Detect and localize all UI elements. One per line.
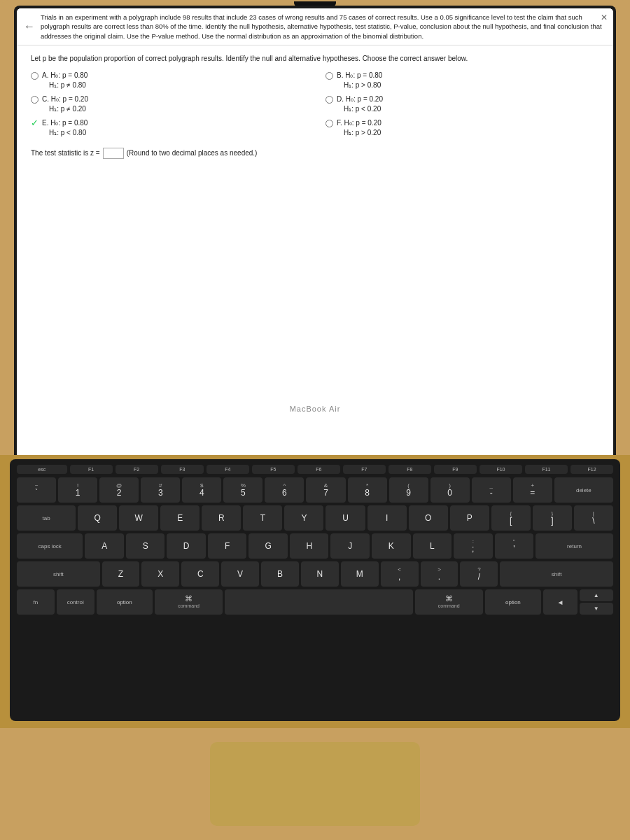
right-option-key[interactable]: option bbox=[485, 589, 542, 615]
j-key[interactable]: J bbox=[330, 533, 370, 559]
k-label: K bbox=[388, 542, 394, 550]
s-key[interactable]: S bbox=[126, 533, 165, 559]
v-key[interactable]: V bbox=[221, 561, 259, 587]
2-key[interactable]: @ 2 bbox=[99, 477, 139, 503]
r-label: R bbox=[218, 514, 225, 522]
close-icon[interactable]: ✕ bbox=[601, 13, 608, 22]
f2-key[interactable]: F2 bbox=[115, 465, 158, 474]
7-key[interactable]: & 7 bbox=[306, 477, 345, 503]
v-label: V bbox=[237, 570, 243, 578]
radio-B[interactable] bbox=[326, 72, 333, 80]
back-arrow-icon[interactable]: ← bbox=[24, 20, 35, 33]
radio-F[interactable] bbox=[326, 120, 333, 127]
left-shift-key[interactable]: shift bbox=[17, 561, 100, 587]
f-key[interactable]: F bbox=[208, 533, 247, 559]
f8-key[interactable]: F8 bbox=[388, 465, 431, 474]
t-key[interactable]: T bbox=[243, 505, 282, 531]
3-key[interactable]: # 3 bbox=[141, 477, 180, 503]
delete-key[interactable]: delete bbox=[554, 477, 613, 503]
semicolon-key[interactable]: : ; bbox=[454, 533, 493, 559]
f9-key[interactable]: F9 bbox=[434, 465, 477, 474]
5-key[interactable]: % 5 bbox=[223, 477, 262, 503]
caps-lock-key[interactable]: caps lock bbox=[17, 533, 83, 559]
period-key[interactable]: > . bbox=[421, 561, 458, 587]
u-key[interactable]: U bbox=[326, 505, 365, 531]
question-label: Let p be the population proportion of co… bbox=[31, 54, 599, 64]
f1-key[interactable]: F1 bbox=[70, 465, 113, 474]
radio-C[interactable] bbox=[31, 96, 38, 104]
left-arrow-key[interactable]: ◄ bbox=[543, 589, 577, 615]
f12-key[interactable]: F12 bbox=[570, 465, 613, 474]
option-C[interactable]: C. H₀: p = 0.20 H₁: p ≠ 0.20 bbox=[31, 94, 304, 114]
f5-key[interactable]: F5 bbox=[252, 465, 295, 474]
quote-key[interactable]: " ' bbox=[495, 533, 534, 559]
e-key[interactable]: E bbox=[160, 505, 200, 531]
esc-key[interactable]: esc bbox=[17, 465, 67, 474]
option-A[interactable]: A. H₀: p = 0.80 H₁: p ≠ 0.80 bbox=[31, 71, 304, 90]
test-stat-label: The test statistic is z = bbox=[31, 149, 100, 157]
control-key[interactable]: control bbox=[57, 589, 94, 615]
x-key[interactable]: X bbox=[141, 561, 179, 587]
1-key[interactable]: ! 1 bbox=[58, 477, 97, 503]
d-key[interactable]: D bbox=[167, 533, 206, 559]
y-key[interactable]: Y bbox=[284, 505, 323, 531]
left-command-key[interactable]: ⌘ command bbox=[155, 589, 223, 615]
test-stat-input[interactable] bbox=[103, 148, 124, 159]
tab-key[interactable]: tab bbox=[17, 505, 76, 531]
p-key[interactable]: P bbox=[450, 505, 489, 531]
option-D[interactable]: D. H₀: p = 0.20 H₁: p < 0.20 bbox=[326, 94, 599, 114]
b-key[interactable]: B bbox=[261, 561, 299, 587]
m-key[interactable]: M bbox=[341, 561, 379, 587]
l-key[interactable]: L bbox=[413, 533, 452, 559]
option-B[interactable]: B. H₀: p = 0.80 H₁: p > 0.80 bbox=[326, 71, 599, 90]
trackpad[interactable] bbox=[210, 742, 420, 826]
check-icon: ✓ bbox=[31, 118, 38, 128]
a-key[interactable]: A bbox=[85, 533, 124, 559]
right-shift-key[interactable]: shift bbox=[500, 561, 613, 587]
i-key[interactable]: I bbox=[368, 505, 407, 531]
r-key[interactable]: R bbox=[202, 505, 241, 531]
fn-key[interactable]: fn bbox=[17, 589, 55, 615]
c-key[interactable]: C bbox=[181, 561, 219, 587]
f6-key[interactable]: F6 bbox=[298, 465, 340, 474]
minus-key[interactable]: _ - bbox=[472, 477, 511, 503]
o-key[interactable]: O bbox=[409, 505, 448, 531]
radio-D[interactable] bbox=[326, 96, 333, 104]
option-E[interactable]: ✓ E. H₀: p = 0.80 H₁: p < 0.80 bbox=[31, 118, 304, 138]
f11-key[interactable]: F11 bbox=[525, 465, 568, 474]
right-command-key[interactable]: ⌘ command bbox=[415, 589, 483, 615]
backtick-key[interactable]: ~ ` bbox=[17, 477, 56, 503]
8-key[interactable]: * 8 bbox=[348, 477, 387, 503]
slash-key[interactable]: ? / bbox=[460, 561, 498, 587]
h-key[interactable]: H bbox=[290, 533, 329, 559]
z-key[interactable]: Z bbox=[102, 561, 140, 587]
rbracket-key[interactable]: } ] bbox=[533, 505, 572, 531]
down-arrow-key[interactable]: ▼ bbox=[580, 603, 613, 615]
return-key[interactable]: return bbox=[536, 533, 613, 559]
4-key[interactable]: $ 4 bbox=[182, 477, 221, 503]
6-main: 6 bbox=[282, 489, 287, 497]
g-key[interactable]: G bbox=[248, 533, 288, 559]
q-key[interactable]: Q bbox=[78, 505, 117, 531]
n-key[interactable]: N bbox=[301, 561, 339, 587]
radio-A[interactable] bbox=[31, 72, 38, 80]
k-key[interactable]: K bbox=[372, 533, 411, 559]
0-key[interactable]: ) 0 bbox=[430, 477, 470, 503]
f7-key[interactable]: F7 bbox=[343, 465, 386, 474]
f3-key[interactable]: F3 bbox=[161, 465, 204, 474]
comma-key[interactable]: < , bbox=[381, 561, 419, 587]
f10-key[interactable]: F10 bbox=[479, 465, 522, 474]
f4-key[interactable]: F4 bbox=[206, 465, 249, 474]
w-key[interactable]: W bbox=[119, 505, 158, 531]
9-key[interactable]: ( 9 bbox=[389, 477, 428, 503]
left-option-key[interactable]: option bbox=[97, 589, 153, 615]
equals-key[interactable]: + = bbox=[513, 477, 552, 503]
6-key[interactable]: ^ 6 bbox=[265, 477, 304, 503]
up-arrow-key[interactable]: ▲ bbox=[580, 589, 613, 601]
lbracket-key[interactable]: { [ bbox=[491, 505, 531, 531]
space-key[interactable] bbox=[225, 589, 413, 615]
b-label: B bbox=[277, 570, 283, 578]
option-F[interactable]: F. H₀: p = 0.20 H₁: p > 0.20 bbox=[326, 118, 599, 138]
minus-main: - bbox=[490, 489, 493, 497]
backslash-key[interactable]: | \ bbox=[574, 505, 613, 531]
